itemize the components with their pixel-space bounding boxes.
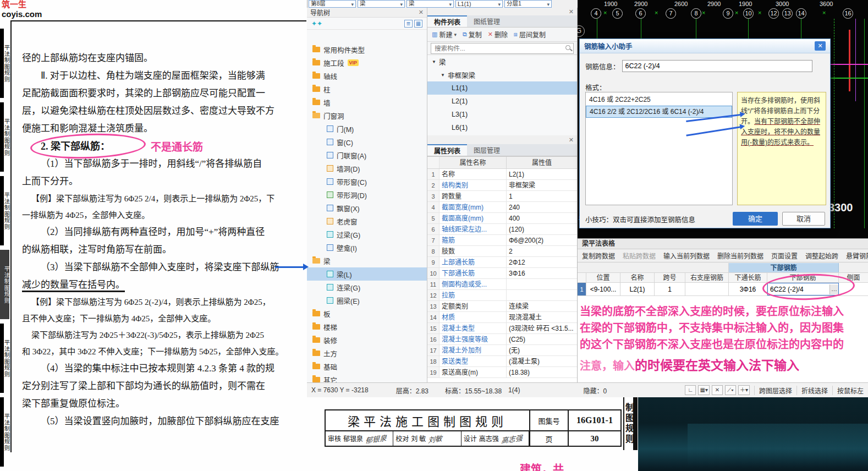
nav-tree-item[interactable]: 壁龛(I) bbox=[307, 241, 427, 254]
nav-tree-item[interactable]: 常用构件类型 bbox=[307, 43, 427, 56]
property-row[interactable]: 4 截面宽度(mm) 240 bbox=[427, 202, 577, 213]
toolbar-button[interactable]: ⧈ 层间复制 bbox=[514, 30, 546, 39]
property-value[interactable]: 3Φ16 bbox=[507, 268, 577, 278]
property-row[interactable]: 18 泵送类型 (混凝土泵) bbox=[427, 356, 577, 367]
status-icon-button[interactable]: ▦▾ bbox=[698, 385, 709, 395]
property-value[interactable] bbox=[507, 290, 577, 300]
status-text-button[interactable]: 跨图层选择 bbox=[754, 386, 796, 395]
cell-bottom-rebar-value[interactable]: 6C22 (-2)/4 bbox=[770, 283, 829, 295]
cell-name[interactable]: L2(1) bbox=[620, 283, 655, 295]
toolbar-combo[interactable]: 分层1 ▾ bbox=[504, 0, 552, 8]
dialog-titlebar[interactable]: 钢筋输入小助手 ✕ bbox=[580, 39, 830, 53]
beam-toolbar-button[interactable]: 复制跨数据 bbox=[582, 251, 615, 260]
property-row[interactable]: 17 混凝土外加剂 (无) bbox=[427, 345, 577, 356]
property-row[interactable]: 12 拉筋 bbox=[427, 290, 577, 301]
nav-tree-item[interactable]: 带形窗(C) bbox=[307, 175, 427, 188]
property-value[interactable]: 2Φ12 bbox=[507, 257, 577, 267]
nav-tree-item[interactable]: 门联窗(A) bbox=[307, 149, 427, 162]
nav-tree-item[interactable]: 板 bbox=[307, 307, 427, 320]
component-tree-item[interactable]: ▼ 非框架梁 bbox=[427, 68, 577, 81]
property-row[interactable]: 1 名称 L2(1) bbox=[427, 169, 577, 180]
toolbar-button[interactable]: ⧉ 复制 bbox=[463, 30, 482, 39]
component-tree-item[interactable]: L2(1) bbox=[427, 95, 577, 108]
beam-toolbar-button[interactable]: 输入当前列数据 bbox=[663, 251, 710, 260]
property-row[interactable]: 2 结构类别 非框架梁 bbox=[427, 180, 577, 191]
nav-tree-item[interactable]: 轴线 bbox=[307, 69, 427, 83]
component-tree-item[interactable]: L3(1) bbox=[427, 108, 577, 121]
expand-arrow-icon[interactable]: ▼ bbox=[441, 73, 445, 78]
cell-position[interactable]: <9-100... bbox=[586, 283, 620, 295]
property-value[interactable] bbox=[507, 279, 577, 289]
property-row[interactable]: 3 跨数量 1 bbox=[427, 191, 577, 202]
property-row[interactable]: 10 下部通长筋 3Φ16 bbox=[427, 268, 577, 279]
row-number[interactable]: 1 bbox=[578, 283, 586, 295]
nav-tree-item[interactable]: 梁 bbox=[307, 254, 427, 267]
ok-button[interactable]: 确定 bbox=[733, 212, 778, 226]
cell-right-support[interactable] bbox=[685, 283, 729, 295]
format-option[interactable]: 4C16 或 2C22+2C25 bbox=[586, 94, 732, 106]
property-row[interactable]: 7 箍筋 Φ6@200(2) bbox=[427, 235, 577, 246]
cell-span[interactable]: 1 bbox=[655, 283, 685, 295]
status-icon-button[interactable]: ⟋▾ bbox=[725, 385, 736, 395]
nav-tree-item[interactable]: 柱 bbox=[307, 83, 427, 96]
property-row[interactable]: 13 定额类别 连续梁 bbox=[427, 301, 577, 312]
grid-view-icon[interactable]: ▦ bbox=[414, 20, 422, 28]
nav-tree-item[interactable]: 墙洞(D) bbox=[307, 162, 427, 175]
tab-component-list[interactable]: 构件列表 bbox=[427, 15, 467, 27]
nav-tree-item[interactable]: 其它 bbox=[307, 373, 427, 382]
nav-tree-item[interactable]: 基础 bbox=[307, 360, 427, 373]
nav-tree-item[interactable]: 门(M) bbox=[307, 122, 427, 135]
favorites-icon[interactable]: ✦✦ bbox=[311, 20, 322, 28]
property-row[interactable]: 19 泵送高度(m) (18.38) bbox=[427, 367, 577, 378]
beam-toolbar-button[interactable]: 调整起始跨 bbox=[805, 251, 838, 260]
property-value[interactable]: 2 bbox=[507, 246, 577, 256]
search-input[interactable] bbox=[431, 43, 574, 54]
nav-tree-item[interactable]: 施工段 VIP bbox=[307, 56, 427, 69]
property-value[interactable]: (无) bbox=[507, 345, 577, 355]
property-value[interactable]: (18.38) bbox=[507, 367, 577, 377]
toolbar-button[interactable]: ▥ 新建 ▾ bbox=[432, 30, 457, 39]
nav-tree-item[interactable]: 墙 bbox=[307, 96, 427, 109]
beam-toolbar-button[interactable]: 删除当前列数据 bbox=[717, 251, 763, 260]
property-row[interactable]: 11 侧面构造或受... bbox=[427, 279, 577, 290]
property-row[interactable]: 6 轴线距梁左边... (120) bbox=[427, 224, 577, 235]
nav-tree-item[interactable]: 过梁(G) bbox=[307, 228, 427, 241]
beam-toolbar-button[interactable]: 页面设置 bbox=[771, 251, 798, 260]
status-icon-button[interactable]: ∟ bbox=[685, 385, 696, 395]
nav-tree-item[interactable]: 飘窗(X) bbox=[307, 201, 427, 215]
tab-layer-management[interactable]: 图层管理 bbox=[467, 144, 507, 156]
nav-tree-item[interactable]: 窗(C) bbox=[307, 135, 427, 149]
rebar-info-input[interactable] bbox=[622, 60, 812, 72]
nav-tree-item[interactable]: 楼梯 bbox=[307, 320, 427, 333]
cell-bottom-through[interactable]: 3Φ16 bbox=[729, 283, 767, 295]
nav-tree-item[interactable]: 圈梁(E) bbox=[307, 294, 427, 307]
tab-property-list[interactable]: 属性列表 bbox=[427, 144, 467, 156]
beam-toolbar-button[interactable]: 粘贴跨数据 bbox=[623, 251, 656, 260]
property-value[interactable]: 240 bbox=[507, 202, 577, 212]
property-value[interactable]: (C25) bbox=[507, 334, 577, 344]
nav-tree-item[interactable]: 装修 bbox=[307, 333, 427, 347]
property-row[interactable]: 14 材质 现浇混凝土 bbox=[427, 312, 577, 323]
nav-tree-item[interactable]: 门窗洞 bbox=[307, 109, 427, 122]
property-value[interactable]: 400 bbox=[507, 213, 577, 223]
tab-drawing-management[interactable]: 图纸管理 bbox=[467, 15, 507, 27]
property-row[interactable]: 16 混凝土强度等级 (C25) bbox=[427, 334, 577, 345]
property-value[interactable]: 连续梁 bbox=[507, 301, 577, 311]
nav-tree-item[interactable]: 老虎窗 bbox=[307, 215, 427, 228]
nav-tree-item[interactable]: 连梁(G) bbox=[307, 281, 427, 294]
ellipsis-button[interactable]: … bbox=[829, 284, 838, 294]
close-icon[interactable]: ✕ bbox=[419, 9, 424, 15]
property-value[interactable]: 现浇混凝土 bbox=[507, 312, 577, 322]
property-value[interactable]: 非框架梁 bbox=[507, 180, 577, 190]
toolbar-combo[interactable]: L1(1) ▾ bbox=[455, 0, 503, 8]
property-value[interactable]: (3现浇砼 碎石 <31.5... bbox=[507, 323, 577, 333]
status-text-button[interactable]: 折线选择 bbox=[796, 386, 832, 395]
property-row[interactable]: 5 截面高度(mm) 400 bbox=[427, 213, 577, 224]
component-tree-item[interactable]: L1(1) bbox=[427, 81, 577, 95]
nav-tree-item[interactable]: 土方 bbox=[307, 347, 427, 360]
close-icon[interactable]: ✕ bbox=[569, 137, 574, 143]
cancel-button[interactable]: 取消 bbox=[782, 212, 825, 226]
property-value[interactable]: (120) bbox=[507, 224, 577, 234]
component-tree-item[interactable]: ▼ 梁 bbox=[427, 55, 577, 68]
toolbar-button[interactable]: ✕ 删除 bbox=[488, 30, 508, 39]
